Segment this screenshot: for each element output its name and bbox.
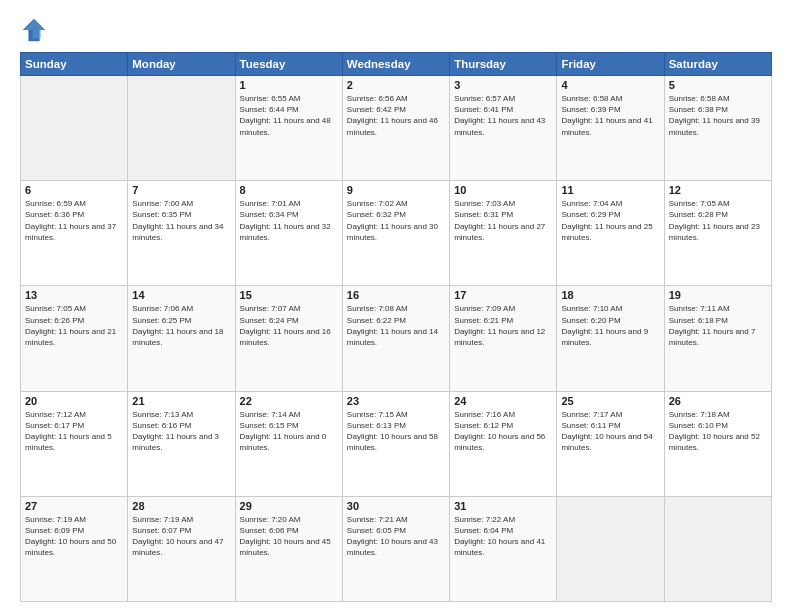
calendar-cell: 2Sunrise: 6:56 AM Sunset: 6:42 PM Daylig… (342, 76, 449, 181)
svg-marker-1 (24, 20, 45, 38)
day-info: Sunrise: 6:58 AM Sunset: 6:39 PM Dayligh… (561, 93, 659, 138)
day-number: 15 (240, 289, 338, 301)
day-number: 25 (561, 395, 659, 407)
calendar-cell (664, 496, 771, 601)
day-info: Sunrise: 7:08 AM Sunset: 6:22 PM Dayligh… (347, 303, 445, 348)
day-info: Sunrise: 7:17 AM Sunset: 6:11 PM Dayligh… (561, 409, 659, 454)
calendar-cell: 20Sunrise: 7:12 AM Sunset: 6:17 PM Dayli… (21, 391, 128, 496)
day-info: Sunrise: 7:20 AM Sunset: 6:06 PM Dayligh… (240, 514, 338, 559)
day-header-saturday: Saturday (664, 53, 771, 76)
day-number: 24 (454, 395, 552, 407)
day-number: 23 (347, 395, 445, 407)
day-number: 3 (454, 79, 552, 91)
calendar-cell: 9Sunrise: 7:02 AM Sunset: 6:32 PM Daylig… (342, 181, 449, 286)
calendar-header-row: SundayMondayTuesdayWednesdayThursdayFrid… (21, 53, 772, 76)
calendar-cell: 23Sunrise: 7:15 AM Sunset: 6:13 PM Dayli… (342, 391, 449, 496)
calendar-cell: 6Sunrise: 6:59 AM Sunset: 6:36 PM Daylig… (21, 181, 128, 286)
day-header-monday: Monday (128, 53, 235, 76)
calendar-page: SundayMondayTuesdayWednesdayThursdayFrid… (0, 0, 792, 612)
day-number: 16 (347, 289, 445, 301)
logo (20, 16, 52, 44)
day-info: Sunrise: 7:14 AM Sunset: 6:15 PM Dayligh… (240, 409, 338, 454)
day-number: 1 (240, 79, 338, 91)
calendar-cell: 13Sunrise: 7:05 AM Sunset: 6:26 PM Dayli… (21, 286, 128, 391)
day-number: 4 (561, 79, 659, 91)
day-number: 19 (669, 289, 767, 301)
day-info: Sunrise: 7:03 AM Sunset: 6:31 PM Dayligh… (454, 198, 552, 243)
calendar-cell: 29Sunrise: 7:20 AM Sunset: 6:06 PM Dayli… (235, 496, 342, 601)
calendar-cell: 24Sunrise: 7:16 AM Sunset: 6:12 PM Dayli… (450, 391, 557, 496)
day-info: Sunrise: 6:59 AM Sunset: 6:36 PM Dayligh… (25, 198, 123, 243)
logo-icon (20, 16, 48, 44)
day-info: Sunrise: 7:05 AM Sunset: 6:26 PM Dayligh… (25, 303, 123, 348)
calendar-cell: 8Sunrise: 7:01 AM Sunset: 6:34 PM Daylig… (235, 181, 342, 286)
calendar-cell (557, 496, 664, 601)
day-number: 11 (561, 184, 659, 196)
day-info: Sunrise: 7:12 AM Sunset: 6:17 PM Dayligh… (25, 409, 123, 454)
day-number: 12 (669, 184, 767, 196)
day-info: Sunrise: 7:19 AM Sunset: 6:09 PM Dayligh… (25, 514, 123, 559)
calendar-cell: 10Sunrise: 7:03 AM Sunset: 6:31 PM Dayli… (450, 181, 557, 286)
calendar-cell: 22Sunrise: 7:14 AM Sunset: 6:15 PM Dayli… (235, 391, 342, 496)
day-info: Sunrise: 7:13 AM Sunset: 6:16 PM Dayligh… (132, 409, 230, 454)
day-number: 21 (132, 395, 230, 407)
calendar-cell: 28Sunrise: 7:19 AM Sunset: 6:07 PM Dayli… (128, 496, 235, 601)
header (20, 16, 772, 44)
day-info: Sunrise: 7:22 AM Sunset: 6:04 PM Dayligh… (454, 514, 552, 559)
calendar-cell: 21Sunrise: 7:13 AM Sunset: 6:16 PM Dayli… (128, 391, 235, 496)
day-info: Sunrise: 7:15 AM Sunset: 6:13 PM Dayligh… (347, 409, 445, 454)
day-info: Sunrise: 7:04 AM Sunset: 6:29 PM Dayligh… (561, 198, 659, 243)
day-info: Sunrise: 6:57 AM Sunset: 6:41 PM Dayligh… (454, 93, 552, 138)
day-info: Sunrise: 6:56 AM Sunset: 6:42 PM Dayligh… (347, 93, 445, 138)
day-header-sunday: Sunday (21, 53, 128, 76)
calendar-week-row: 6Sunrise: 6:59 AM Sunset: 6:36 PM Daylig… (21, 181, 772, 286)
calendar-cell: 14Sunrise: 7:06 AM Sunset: 6:25 PM Dayli… (128, 286, 235, 391)
day-number: 7 (132, 184, 230, 196)
calendar-cell: 5Sunrise: 6:58 AM Sunset: 6:38 PM Daylig… (664, 76, 771, 181)
calendar-cell: 31Sunrise: 7:22 AM Sunset: 6:04 PM Dayli… (450, 496, 557, 601)
calendar-cell: 12Sunrise: 7:05 AM Sunset: 6:28 PM Dayli… (664, 181, 771, 286)
day-number: 14 (132, 289, 230, 301)
calendar-cell: 26Sunrise: 7:18 AM Sunset: 6:10 PM Dayli… (664, 391, 771, 496)
calendar-cell: 7Sunrise: 7:00 AM Sunset: 6:35 PM Daylig… (128, 181, 235, 286)
day-number: 27 (25, 500, 123, 512)
day-number: 20 (25, 395, 123, 407)
day-number: 8 (240, 184, 338, 196)
calendar-cell: 15Sunrise: 7:07 AM Sunset: 6:24 PM Dayli… (235, 286, 342, 391)
day-header-wednesday: Wednesday (342, 53, 449, 76)
calendar-cell: 17Sunrise: 7:09 AM Sunset: 6:21 PM Dayli… (450, 286, 557, 391)
day-info: Sunrise: 6:58 AM Sunset: 6:38 PM Dayligh… (669, 93, 767, 138)
day-number: 18 (561, 289, 659, 301)
day-number: 10 (454, 184, 552, 196)
calendar-cell: 11Sunrise: 7:04 AM Sunset: 6:29 PM Dayli… (557, 181, 664, 286)
day-number: 30 (347, 500, 445, 512)
calendar-cell (21, 76, 128, 181)
calendar-cell: 19Sunrise: 7:11 AM Sunset: 6:18 PM Dayli… (664, 286, 771, 391)
calendar-cell: 30Sunrise: 7:21 AM Sunset: 6:05 PM Dayli… (342, 496, 449, 601)
day-info: Sunrise: 7:10 AM Sunset: 6:20 PM Dayligh… (561, 303, 659, 348)
calendar-week-row: 13Sunrise: 7:05 AM Sunset: 6:26 PM Dayli… (21, 286, 772, 391)
day-header-friday: Friday (557, 53, 664, 76)
calendar-table: SundayMondayTuesdayWednesdayThursdayFrid… (20, 52, 772, 602)
day-info: Sunrise: 7:07 AM Sunset: 6:24 PM Dayligh… (240, 303, 338, 348)
day-number: 5 (669, 79, 767, 91)
calendar-cell: 3Sunrise: 6:57 AM Sunset: 6:41 PM Daylig… (450, 76, 557, 181)
day-number: 26 (669, 395, 767, 407)
day-info: Sunrise: 7:05 AM Sunset: 6:28 PM Dayligh… (669, 198, 767, 243)
day-info: Sunrise: 7:21 AM Sunset: 6:05 PM Dayligh… (347, 514, 445, 559)
day-info: Sunrise: 7:19 AM Sunset: 6:07 PM Dayligh… (132, 514, 230, 559)
calendar-cell: 18Sunrise: 7:10 AM Sunset: 6:20 PM Dayli… (557, 286, 664, 391)
day-number: 6 (25, 184, 123, 196)
calendar-week-row: 1Sunrise: 6:55 AM Sunset: 6:44 PM Daylig… (21, 76, 772, 181)
day-number: 9 (347, 184, 445, 196)
day-number: 31 (454, 500, 552, 512)
calendar-cell: 16Sunrise: 7:08 AM Sunset: 6:22 PM Dayli… (342, 286, 449, 391)
day-info: Sunrise: 7:02 AM Sunset: 6:32 PM Dayligh… (347, 198, 445, 243)
day-header-thursday: Thursday (450, 53, 557, 76)
day-info: Sunrise: 7:11 AM Sunset: 6:18 PM Dayligh… (669, 303, 767, 348)
calendar-cell: 4Sunrise: 6:58 AM Sunset: 6:39 PM Daylig… (557, 76, 664, 181)
calendar-cell: 25Sunrise: 7:17 AM Sunset: 6:11 PM Dayli… (557, 391, 664, 496)
day-info: Sunrise: 7:01 AM Sunset: 6:34 PM Dayligh… (240, 198, 338, 243)
day-info: Sunrise: 7:16 AM Sunset: 6:12 PM Dayligh… (454, 409, 552, 454)
day-number: 28 (132, 500, 230, 512)
